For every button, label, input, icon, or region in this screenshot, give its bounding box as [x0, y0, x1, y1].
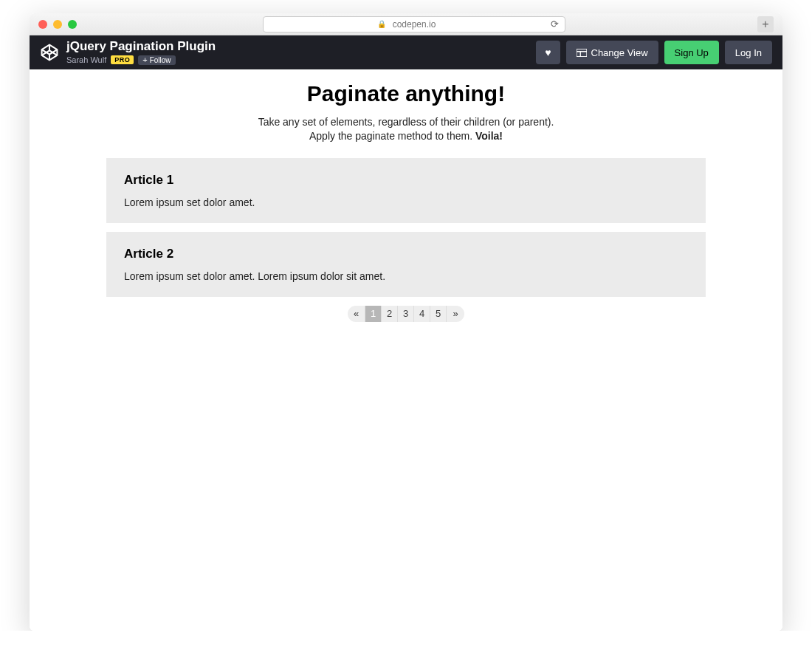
- reload-icon[interactable]: ⟳: [551, 18, 559, 30]
- article-body: Lorem ipsum set dolor amet.: [124, 196, 688, 208]
- codepen-header: jQuery Pagination Plugin Sarah Wulf PRO …: [30, 35, 782, 69]
- lock-icon: 🔒: [377, 20, 386, 28]
- url-text: codepen.io: [393, 19, 436, 30]
- pagination-page-4[interactable]: 4: [414, 306, 430, 322]
- login-button[interactable]: Log In: [725, 41, 772, 64]
- minimize-window-button[interactable]: [53, 20, 62, 29]
- pagination-next[interactable]: »: [447, 306, 464, 322]
- signup-label: Sign Up: [675, 47, 709, 58]
- view-icon: [577, 49, 587, 57]
- page-title: Paginate anything!: [30, 81, 782, 106]
- login-label: Log In: [735, 47, 762, 58]
- pagination-page-3[interactable]: 3: [398, 306, 414, 322]
- close-window-button[interactable]: [38, 20, 47, 29]
- pro-badge: PRO: [111, 55, 134, 64]
- new-tab-button[interactable]: +: [757, 16, 774, 32]
- article-card: Article 2 Lorem ipsum set dolor amet. Lo…: [106, 232, 706, 297]
- page-description: Take any set of elements, regardless of …: [30, 115, 782, 143]
- article-card: Article 1 Lorem ipsum set dolor amet.: [106, 158, 706, 223]
- follow-button[interactable]: + Follow: [138, 55, 175, 65]
- signup-button[interactable]: Sign Up: [664, 41, 719, 64]
- change-view-button[interactable]: Change View: [566, 41, 658, 64]
- codepen-logo-icon[interactable]: [40, 43, 59, 62]
- follow-label: Follow: [150, 56, 171, 64]
- pen-author[interactable]: Sarah Wulf: [66, 55, 106, 64]
- pagination-page-1[interactable]: 1: [365, 306, 382, 322]
- svg-rect-3: [577, 49, 587, 57]
- article-title: Article 2: [124, 247, 688, 261]
- browser-chrome: 🔒 codepen.io ⟳ +: [30, 13, 782, 35]
- article-title: Article 1: [124, 173, 688, 188]
- pagination: « 1 2 3 4 5 »: [30, 306, 782, 322]
- article-body: Lorem ipsum set dolor amet. Lorem ipsum …: [124, 270, 688, 282]
- article-list: Article 1 Lorem ipsum set dolor amet. Ar…: [106, 158, 706, 297]
- pagination-page-2[interactable]: 2: [382, 306, 398, 322]
- plus-icon: +: [142, 56, 147, 64]
- pen-title: jQuery Pagination Plugin: [66, 40, 536, 54]
- maximize-window-button[interactable]: [68, 20, 77, 29]
- url-field[interactable]: 🔒 codepen.io ⟳: [263, 16, 565, 32]
- love-button[interactable]: ♥: [536, 41, 560, 64]
- traffic-lights: [38, 20, 77, 29]
- pagination-prev[interactable]: «: [348, 306, 365, 322]
- pagination-page-5[interactable]: 5: [430, 306, 447, 322]
- pen-preview: Paginate anything! Take any set of eleme…: [30, 69, 782, 631]
- heart-icon: ♥: [545, 47, 551, 58]
- change-view-label: Change View: [591, 47, 648, 58]
